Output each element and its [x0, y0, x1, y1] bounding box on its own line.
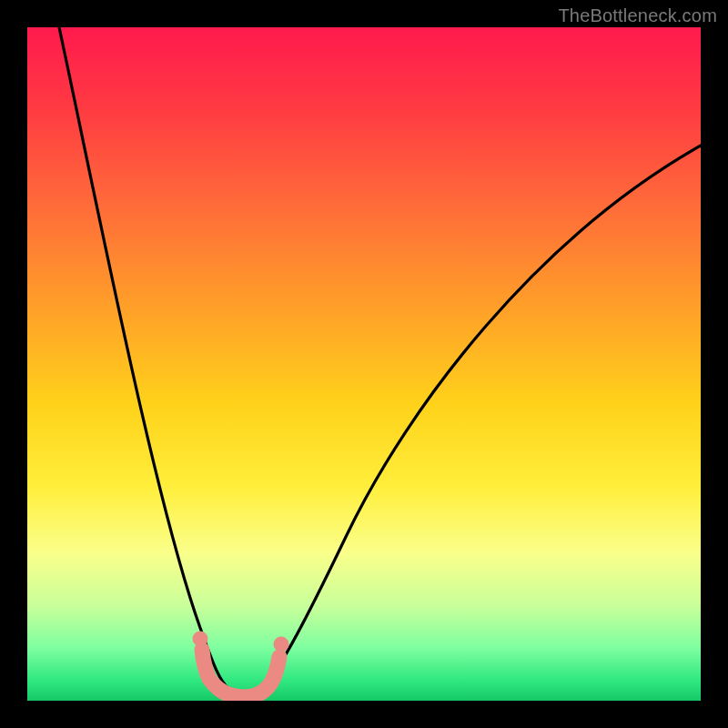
attribution-label: TheBottleneck.com — [558, 5, 717, 26]
trough-marker-dot-left-upper — [193, 632, 208, 647]
bottleneck-curve — [59, 27, 701, 693]
trough-marker — [202, 650, 279, 697]
chart-plot-area — [27, 27, 701, 701]
chart-svg — [27, 27, 701, 701]
trough-marker-dot-right-upper — [274, 637, 289, 652]
